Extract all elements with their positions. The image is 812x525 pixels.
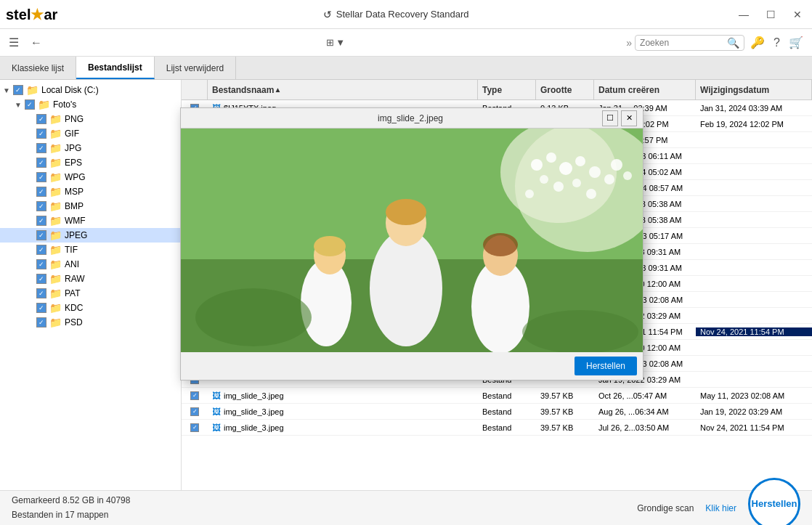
- folder-icon: 📁: [49, 273, 62, 285]
- col-header-name[interactable]: Bestandsnaam: [208, 80, 478, 99]
- tree-checkbox-jpeg[interactable]: [36, 230, 46, 240]
- sidebar-item-msp[interactable]: 📁 MSP: [0, 184, 181, 199]
- col-header-size[interactable]: Grootte: [536, 80, 594, 99]
- folder-icon: 📁: [49, 302, 62, 314]
- table-row[interactable]: 🖼 img_slide_3.jpeg Bestand 39.57 KB Aug …: [182, 404, 812, 420]
- tree-arrow-icon: ▼: [15, 101, 25, 109]
- tab-klassieke[interactable]: Klassieke lijst: [0, 57, 76, 79]
- modal-restore-button[interactable]: Herstellen: [575, 357, 637, 375]
- col-header-modified[interactable]: Wijzigingsdatum: [696, 80, 812, 99]
- restore-circle-button[interactable]: Herstellen: [748, 478, 800, 526]
- modal-maximize-button[interactable]: ☐: [602, 110, 618, 126]
- row-checkbox[interactable]: [190, 407, 199, 416]
- row-checkbox[interactable]: [190, 423, 199, 432]
- sidebar-item-wpg[interactable]: 📁 WPG: [0, 170, 181, 184]
- tree-checkbox-tif[interactable]: [36, 245, 46, 255]
- marked-text: Gemarkeerd 8.52 GB in 40798: [12, 494, 130, 508]
- folder-icon: 📁: [49, 142, 62, 154]
- modal-close-button[interactable]: ✕: [621, 110, 637, 126]
- table-row[interactable]: 🖼 img_slide_3.jpeg Bestand 39.57 KB Jul …: [182, 420, 812, 436]
- sidebar-item-tif[interactable]: 📁 TIF: [0, 243, 181, 257]
- table-row[interactable]: 🖼 img_slide_3.jpeg Bestand 39.57 KB Oct …: [182, 388, 812, 404]
- scan-link[interactable]: Klik hier: [705, 503, 736, 513]
- tree-checkbox-msp[interactable]: [36, 187, 46, 197]
- folder-icon: 📁: [49, 200, 62, 212]
- tree-arrow-icon: ▼: [3, 86, 13, 94]
- col-header-checkbox: [182, 80, 208, 99]
- menu-button[interactable]: ☰: [6, 33, 22, 52]
- sidebar-item-bmp[interactable]: 📁 BMP: [0, 199, 181, 213]
- folder-icon: 📁: [49, 128, 62, 139]
- tree-checkbox-gif[interactable]: [36, 129, 46, 139]
- folder-icon: 📁: [49, 171, 62, 183]
- tree-checkbox-psd[interactable]: [36, 317, 46, 327]
- search-input[interactable]: [640, 38, 727, 48]
- search-icon: 🔍: [727, 37, 739, 49]
- tree-checkbox-bmp[interactable]: [36, 201, 46, 211]
- sidebar-item-kdc[interactable]: 📁 KDC: [0, 301, 181, 315]
- row-checkbox[interactable]: [190, 391, 199, 400]
- tree-checkbox-png[interactable]: [36, 114, 46, 124]
- folder-icon: 📁: [49, 186, 62, 198]
- window-controls: — ☐ ✕: [734, 7, 806, 22]
- tree-checkbox-wmf[interactable]: [36, 216, 46, 226]
- key-button[interactable]: 🔑: [747, 33, 768, 52]
- view-button[interactable]: ⊞ ▼: [320, 34, 351, 51]
- file-modified: Jan 31, 2024 03:39 AM: [696, 104, 812, 113]
- sidebar-item-psd[interactable]: 📁 PSD: [0, 315, 181, 330]
- sidebar-item-ani[interactable]: 📁 ANI: [0, 257, 181, 272]
- tree-checkbox-kdc[interactable]: [36, 303, 46, 313]
- sidebar-item-label-fotos: Foto's: [53, 99, 76, 110]
- file-name: img_slide_3.jpeg: [224, 423, 284, 432]
- folder-icon: 📁: [49, 157, 62, 168]
- sidebar-item-label-wpg: WPG: [65, 172, 86, 182]
- sidebar-item-wmf[interactable]: 📁 WMF: [0, 213, 181, 228]
- col-header-created[interactable]: Datum creëren: [594, 80, 696, 99]
- tab-bestands[interactable]: Bestandslijst: [76, 57, 155, 79]
- status-right: Grondige scan Klik hier Herstellen: [637, 487, 800, 526]
- tree-checkbox-eps[interactable]: [36, 158, 46, 168]
- more-icon: »: [626, 37, 632, 49]
- file-name: img_slide_3.jpeg: [224, 407, 284, 416]
- maximize-button[interactable]: ☐: [762, 7, 780, 22]
- tree-checkbox-fotos[interactable]: [25, 99, 35, 110]
- folder-icon: 📁: [38, 99, 50, 110]
- folder-icon: 📁: [26, 84, 38, 96]
- sidebar-item-jpg[interactable]: 📁 JPG: [0, 141, 181, 155]
- sidebar-item-fotos[interactable]: ▼ 📁 Foto's: [0, 97, 181, 112]
- sidebar-item-gif[interactable]: 📁 GIF: [0, 126, 181, 141]
- sidebar-item-label-jpeg: JPEG: [65, 230, 87, 240]
- logo-star: ★: [31, 7, 44, 23]
- tree-checkbox-jpg[interactable]: [36, 143, 46, 153]
- sidebar-item-eps[interactable]: 📁 EPS: [0, 155, 181, 170]
- preview-image: [181, 129, 643, 352]
- sidebar-item-raw[interactable]: 📁 RAW: [0, 272, 181, 286]
- sidebar-item-label-pat: PAT: [65, 288, 81, 298]
- sidebar-item-png[interactable]: 📁 PNG: [0, 112, 181, 126]
- modal-image-container: [181, 129, 643, 352]
- tree-checkbox-raw[interactable]: [36, 274, 46, 284]
- back-button[interactable]: ←: [28, 33, 45, 52]
- sidebar-item-label-wmf: WMF: [65, 216, 86, 226]
- sidebar-item-localdisk[interactable]: ▼ 📁 Local Disk (C:): [0, 83, 181, 97]
- sidebar-item-label-eps: EPS: [65, 158, 82, 168]
- tree-checkbox-ani[interactable]: [36, 259, 46, 269]
- col-header-type[interactable]: Type: [478, 80, 536, 99]
- search-box: 🔍: [635, 35, 744, 51]
- sidebar-item-pat[interactable]: 📁 PAT: [0, 286, 181, 301]
- tree-checkbox-wpg[interactable]: [36, 172, 46, 182]
- folder-icon: 📁: [49, 229, 62, 241]
- sidebar-item-label-gif: GIF: [65, 129, 79, 139]
- tree-checkbox-pat[interactable]: [36, 288, 46, 298]
- tab-verwijderd[interactable]: Lijst verwijderd: [155, 57, 236, 79]
- close-button[interactable]: ✕: [789, 7, 806, 22]
- folder-icon: 📁: [49, 244, 62, 256]
- sidebar-item-label-localdisk: Local Disk (C:): [41, 85, 99, 95]
- cart-button[interactable]: 🛒: [786, 33, 806, 52]
- help-button[interactable]: ?: [771, 33, 783, 52]
- tree-checkbox-localdisk[interactable]: [13, 85, 23, 95]
- minimize-button[interactable]: —: [734, 7, 753, 22]
- toolbar: ☰ ← ⊞ ▼ » 🔍 🔑 ? 🛒: [0, 29, 812, 57]
- logo-text: stel★ar: [6, 6, 57, 23]
- sidebar-item-jpeg[interactable]: 📁 JPEG: [0, 228, 181, 243]
